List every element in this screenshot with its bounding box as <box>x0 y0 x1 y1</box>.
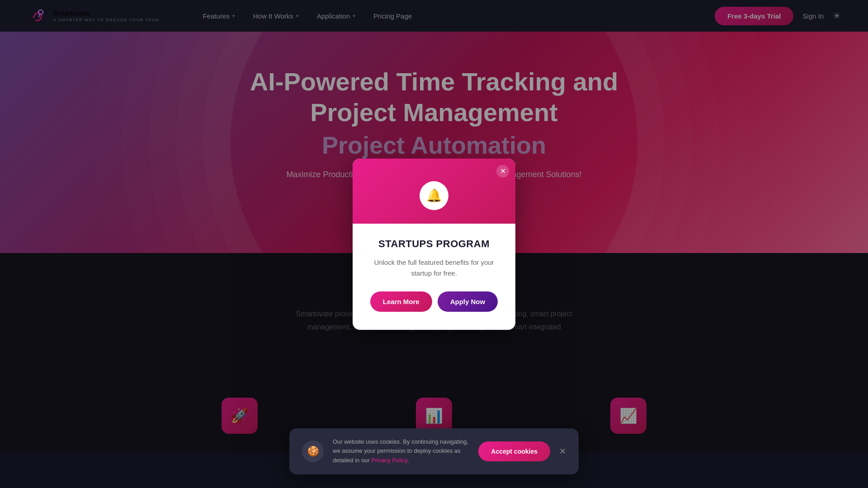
learn-more-button[interactable]: Learn More <box>370 291 432 312</box>
modal-actions: Learn More Apply Now <box>367 291 501 312</box>
startups-program-modal: 🔔 ✕ STARTUPS PROGRAM Unlock the full fea… <box>353 159 515 330</box>
modal-body: STARTUPS PROGRAM Unlock the full feature… <box>353 224 515 330</box>
modal-bell-icon: 🔔 <box>420 181 448 210</box>
cookie-text-after-link: . <box>407 457 409 464</box>
modal-overlay[interactable]: 🔔 ✕ STARTUPS PROGRAM Unlock the full fea… <box>0 0 868 488</box>
modal-close-button[interactable]: ✕ <box>496 165 509 178</box>
apply-now-button[interactable]: Apply Now <box>438 291 498 312</box>
modal-description: Unlock the full featured benefits for yo… <box>367 257 501 279</box>
modal-header: 🔔 ✕ <box>353 159 515 224</box>
cookie-emoji-icon: 🍪 <box>307 446 319 457</box>
cookie-banner: 🍪 Our website uses cookies. By continuin… <box>289 428 579 474</box>
privacy-policy-link[interactable]: Privacy Policy <box>371 457 407 464</box>
modal-title: STARTUPS PROGRAM <box>367 238 501 250</box>
accept-cookies-button[interactable]: Accept cookies <box>478 441 550 461</box>
cookie-icon: 🍪 <box>302 441 324 462</box>
cookie-text: Our website uses cookies. By continuing … <box>333 437 469 465</box>
cookie-close-button[interactable]: ✕ <box>559 446 566 456</box>
bell-icon: 🔔 <box>426 188 442 203</box>
